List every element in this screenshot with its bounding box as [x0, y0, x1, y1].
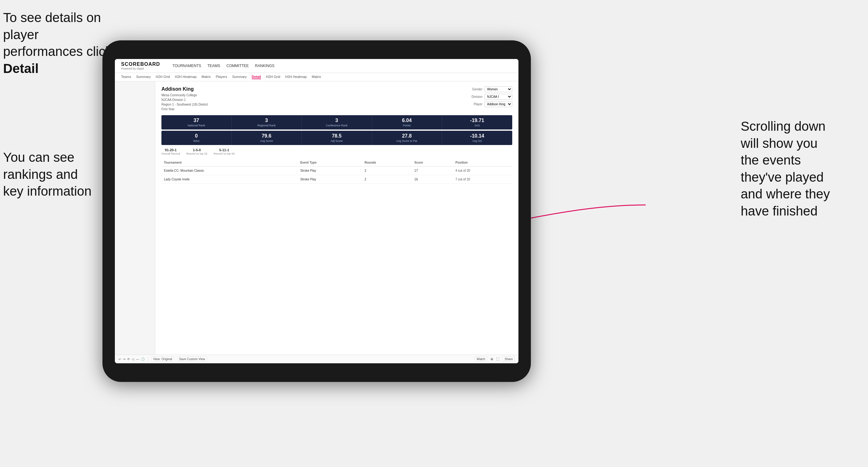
record-top25: 1-5-0 Record vs top 25 [186, 148, 207, 155]
record-top50-val: 5-11-1 [214, 148, 235, 152]
player-college: Mesa Community College [161, 93, 208, 97]
stat2-lbl-3: Avg Score to Par [375, 139, 439, 143]
player-region: Region 1 - Southwest (18) District [161, 102, 208, 107]
sub-nav: Teams Summary H2H Grid H2H Heatmap Matri… [115, 73, 519, 81]
player-row: Player Addison King [465, 101, 512, 107]
stat2-lbl-0: Wins [164, 139, 228, 143]
subnav-matrix2[interactable]: Matrix [312, 75, 321, 79]
undo-icon[interactable]: ↩ [119, 357, 121, 361]
record-overall-lbl: Overall Record [161, 152, 180, 155]
stat-avg-sg: -10.14 Avg SG [442, 131, 512, 145]
stats-grid-row2: 0 Wins 79.6 Avg Score 78.5 Adj Score 27.… [161, 131, 512, 145]
record-top25-val: 1-5-0 [186, 148, 207, 152]
tournament-table: Tournament Event Type Rounds Score Posit… [161, 159, 512, 184]
player-select-label: Player [465, 102, 483, 106]
th-tournament: Tournament [161, 159, 298, 166]
player-select[interactable]: Addison King [484, 101, 512, 107]
stat-val-3: 6.04 [375, 118, 439, 123]
share-btn[interactable]: Share [503, 356, 515, 362]
view-original-btn[interactable]: View: Original [151, 356, 174, 362]
records-row: 91-20-1 Overall Record 1-5-0 Record vs t… [161, 148, 512, 155]
stat-val-4: -19.71 [445, 118, 509, 123]
stat-conference-rank: 3 Conference Rank [302, 115, 372, 129]
stat-lbl-0: National Rank [164, 124, 228, 127]
redo-icon[interactable]: ↪ [123, 357, 125, 361]
back-icon[interactable]: ◁ [132, 357, 134, 361]
stat2-lbl-2: Adj Score [305, 139, 369, 143]
save-custom-btn[interactable]: Save Custom View [177, 356, 207, 362]
gender-row: Gender Women Men [465, 86, 512, 92]
tablet-device: SCOREBOARD Powered by clippd TOURNAMENTS… [102, 40, 531, 382]
content-area: Addison King Mesa Community College NJCA… [155, 81, 519, 354]
top-nav: SCOREBOARD Powered by clippd TOURNAMENTS… [115, 59, 519, 73]
stat2-val-3: 27.8 [375, 133, 439, 139]
powered-by: Powered by clippd [121, 67, 160, 70]
annotation-bl-3: key information [3, 184, 92, 198]
annotation-r-3: the events [741, 153, 801, 167]
annotation-detail-bold: Detail [3, 61, 38, 76]
refresh-icon[interactable]: ⟳ [127, 357, 130, 361]
record-top50: 5-11-1 Record vs top 50 [214, 148, 235, 155]
player-info: Addison King Mesa Community College NJCA… [161, 86, 208, 112]
nav-committee[interactable]: COMMITTEE [226, 64, 249, 68]
stat2-lbl-1: Avg Score [235, 139, 298, 143]
th-score: Score [412, 159, 453, 166]
expand-icon[interactable]: ⛶ [496, 357, 499, 361]
division-row: Division NJCAA I NJCAA II [465, 94, 512, 100]
stat-sos: -19.71 SoS [442, 115, 512, 129]
stat2-val-0: 0 [164, 133, 228, 139]
stat-regional-rank: 3 Regional Rank [231, 115, 302, 129]
record-overall: 91-20-1 Overall Record [161, 148, 180, 155]
division-label: Division [465, 95, 483, 98]
subnav-h2h-grid2[interactable]: H2H Grid [266, 75, 280, 79]
clock-icon[interactable]: 🕐 [141, 357, 145, 361]
nav-rankings[interactable]: RANKINGS [255, 64, 274, 68]
annotation-r-1: Scrolling down [741, 119, 826, 133]
stat2-val-4: -10.14 [445, 133, 509, 139]
watch-btn[interactable]: Watch [475, 356, 487, 362]
th-event-type: Event Type [298, 159, 362, 166]
annotation-right: Scrolling down will show you the events … [741, 118, 865, 220]
event-type-1: Stroke Play [298, 175, 362, 184]
nav-tournaments[interactable]: TOURNAMENTS [173, 64, 201, 68]
undo-group: ↩ ↪ ⟳ ◁ — 🕐 [119, 357, 145, 361]
monitor-icon[interactable]: 🖥 [490, 357, 493, 361]
position-1: 7 out of 20 [453, 175, 512, 184]
table-header-row: Tournament Event Type Rounds Score Posit… [161, 159, 512, 166]
subnav-summary[interactable]: Summary [136, 75, 151, 79]
position-0: 4 out of 20 [453, 166, 512, 175]
stat-adj-score: 78.5 Adj Score [302, 131, 372, 145]
subnav-h2h-heatmap[interactable]: H2H Heatmap [175, 75, 196, 79]
subnav-players[interactable]: Players [216, 75, 227, 79]
annotation-topleft-text: To see details on player performances cl… [3, 10, 112, 59]
tablet-screen: SCOREBOARD Powered by clippd TOURNAMENTS… [115, 59, 519, 363]
subnav-summary2[interactable]: Summary [232, 75, 247, 79]
stat-national-rank: 37 National Rank [161, 115, 231, 129]
subnav-h2h-heatmap2[interactable]: H2H Heatmap [285, 75, 307, 79]
score-1: 16 [412, 175, 453, 184]
player-header: Addison King Mesa Community College NJCA… [161, 86, 512, 112]
main-content: Addison King Mesa Community College NJCA… [115, 81, 519, 354]
nav-teams[interactable]: TEAMS [207, 64, 220, 68]
annotation-bl-1: You can see [3, 150, 74, 164]
annotation-r-5: and where they [741, 187, 830, 201]
subnav-detail[interactable]: Detail [252, 75, 261, 79]
table-row: Estella CC- Mountain Classic Stroke Play… [161, 166, 512, 175]
subnav-matrix[interactable]: Matrix [202, 75, 211, 79]
bottom-toolbar: ↩ ↪ ⟳ ◁ — 🕐 View: Original Save Custom V… [115, 354, 519, 363]
player-year: First Year [161, 107, 208, 112]
player-controls: Gender Women Men Division NJCAA I NJCAA … [465, 86, 512, 112]
gender-select[interactable]: Women Men [484, 86, 512, 92]
gender-label: Gender [465, 88, 483, 91]
division-select[interactable]: NJCAA I NJCAA II [484, 94, 512, 100]
subnav-h2h-grid[interactable]: H2H Grid [156, 75, 170, 79]
subnav-teams[interactable]: Teams [121, 75, 131, 79]
record-top25-lbl: Record vs top 25 [186, 152, 207, 155]
rounds-0: 2 [362, 166, 412, 175]
annotation-r-2: will show you [741, 136, 817, 151]
stats-grid-row1: 37 National Rank 3 Regional Rank 3 Confe… [161, 115, 512, 129]
score-0: 17 [412, 166, 453, 175]
annotation-r-4: they've played [741, 170, 824, 184]
stat-points: 6.04 Points [372, 115, 442, 129]
dash-icon: — [136, 357, 139, 361]
